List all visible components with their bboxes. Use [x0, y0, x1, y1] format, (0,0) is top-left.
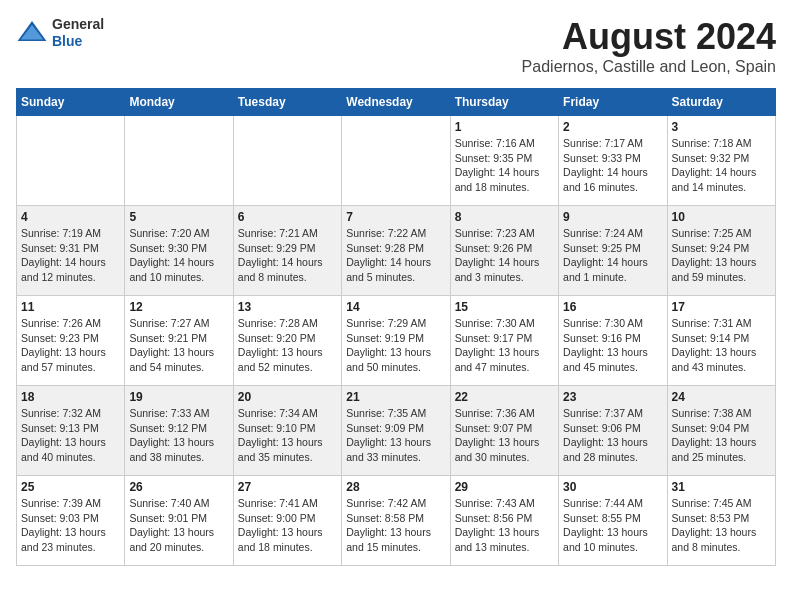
calendar-cell: 9Sunrise: 7:24 AMSunset: 9:25 PMDaylight… [559, 206, 667, 296]
logo-general-text: General [52, 16, 104, 33]
calendar-cell: 29Sunrise: 7:43 AMSunset: 8:56 PMDayligh… [450, 476, 558, 566]
logo-text: General Blue [52, 16, 104, 50]
calendar-body: 1Sunrise: 7:16 AMSunset: 9:35 PMDaylight… [17, 116, 776, 566]
calendar-header: SundayMondayTuesdayWednesdayThursdayFrid… [17, 89, 776, 116]
day-info: Sunrise: 7:26 AMSunset: 9:23 PMDaylight:… [21, 316, 120, 375]
day-info: Sunrise: 7:20 AMSunset: 9:30 PMDaylight:… [129, 226, 228, 285]
day-number: 18 [21, 390, 120, 404]
day-number: 8 [455, 210, 554, 224]
calendar-cell: 16Sunrise: 7:30 AMSunset: 9:16 PMDayligh… [559, 296, 667, 386]
day-number: 5 [129, 210, 228, 224]
calendar-cell: 20Sunrise: 7:34 AMSunset: 9:10 PMDayligh… [233, 386, 341, 476]
day-number: 22 [455, 390, 554, 404]
day-number: 21 [346, 390, 445, 404]
day-number: 9 [563, 210, 662, 224]
calendar-cell: 5Sunrise: 7:20 AMSunset: 9:30 PMDaylight… [125, 206, 233, 296]
calendar-cell [17, 116, 125, 206]
day-info: Sunrise: 7:32 AMSunset: 9:13 PMDaylight:… [21, 406, 120, 465]
calendar-cell: 14Sunrise: 7:29 AMSunset: 9:19 PMDayligh… [342, 296, 450, 386]
weekday-header-sunday: Sunday [17, 89, 125, 116]
day-info: Sunrise: 7:23 AMSunset: 9:26 PMDaylight:… [455, 226, 554, 285]
calendar-cell: 23Sunrise: 7:37 AMSunset: 9:06 PMDayligh… [559, 386, 667, 476]
calendar-week-4: 18Sunrise: 7:32 AMSunset: 9:13 PMDayligh… [17, 386, 776, 476]
day-number: 1 [455, 120, 554, 134]
day-info: Sunrise: 7:27 AMSunset: 9:21 PMDaylight:… [129, 316, 228, 375]
day-info: Sunrise: 7:38 AMSunset: 9:04 PMDaylight:… [672, 406, 771, 465]
day-number: 26 [129, 480, 228, 494]
weekday-row: SundayMondayTuesdayWednesdayThursdayFrid… [17, 89, 776, 116]
title-block: August 2024 Padiernos, Castille and Leon… [522, 16, 776, 76]
day-info: Sunrise: 7:36 AMSunset: 9:07 PMDaylight:… [455, 406, 554, 465]
day-number: 13 [238, 300, 337, 314]
day-number: 4 [21, 210, 120, 224]
day-info: Sunrise: 7:42 AMSunset: 8:58 PMDaylight:… [346, 496, 445, 555]
calendar-cell: 2Sunrise: 7:17 AMSunset: 9:33 PMDaylight… [559, 116, 667, 206]
day-info: Sunrise: 7:30 AMSunset: 9:16 PMDaylight:… [563, 316, 662, 375]
weekday-header-saturday: Saturday [667, 89, 775, 116]
calendar-cell: 31Sunrise: 7:45 AMSunset: 8:53 PMDayligh… [667, 476, 775, 566]
calendar-cell: 4Sunrise: 7:19 AMSunset: 9:31 PMDaylight… [17, 206, 125, 296]
calendar-cell: 19Sunrise: 7:33 AMSunset: 9:12 PMDayligh… [125, 386, 233, 476]
page-title: August 2024 [522, 16, 776, 58]
page-header: General Blue August 2024 Padiernos, Cast… [16, 16, 776, 76]
logo: General Blue [16, 16, 104, 50]
calendar-week-3: 11Sunrise: 7:26 AMSunset: 9:23 PMDayligh… [17, 296, 776, 386]
calendar-week-5: 25Sunrise: 7:39 AMSunset: 9:03 PMDayligh… [17, 476, 776, 566]
day-number: 14 [346, 300, 445, 314]
day-number: 10 [672, 210, 771, 224]
day-info: Sunrise: 7:37 AMSunset: 9:06 PMDaylight:… [563, 406, 662, 465]
calendar-cell: 30Sunrise: 7:44 AMSunset: 8:55 PMDayligh… [559, 476, 667, 566]
day-info: Sunrise: 7:16 AMSunset: 9:35 PMDaylight:… [455, 136, 554, 195]
weekday-header-tuesday: Tuesday [233, 89, 341, 116]
calendar-cell: 10Sunrise: 7:25 AMSunset: 9:24 PMDayligh… [667, 206, 775, 296]
day-number: 23 [563, 390, 662, 404]
logo-icon [16, 17, 48, 49]
day-info: Sunrise: 7:18 AMSunset: 9:32 PMDaylight:… [672, 136, 771, 195]
day-info: Sunrise: 7:30 AMSunset: 9:17 PMDaylight:… [455, 316, 554, 375]
day-number: 28 [346, 480, 445, 494]
day-info: Sunrise: 7:29 AMSunset: 9:19 PMDaylight:… [346, 316, 445, 375]
day-number: 20 [238, 390, 337, 404]
calendar-cell: 1Sunrise: 7:16 AMSunset: 9:35 PMDaylight… [450, 116, 558, 206]
day-number: 16 [563, 300, 662, 314]
day-info: Sunrise: 7:43 AMSunset: 8:56 PMDaylight:… [455, 496, 554, 555]
weekday-header-friday: Friday [559, 89, 667, 116]
calendar-cell [233, 116, 341, 206]
day-info: Sunrise: 7:35 AMSunset: 9:09 PMDaylight:… [346, 406, 445, 465]
day-number: 3 [672, 120, 771, 134]
calendar-cell: 3Sunrise: 7:18 AMSunset: 9:32 PMDaylight… [667, 116, 775, 206]
calendar-cell: 28Sunrise: 7:42 AMSunset: 8:58 PMDayligh… [342, 476, 450, 566]
day-info: Sunrise: 7:25 AMSunset: 9:24 PMDaylight:… [672, 226, 771, 285]
weekday-header-monday: Monday [125, 89, 233, 116]
calendar-cell: 25Sunrise: 7:39 AMSunset: 9:03 PMDayligh… [17, 476, 125, 566]
day-number: 6 [238, 210, 337, 224]
day-info: Sunrise: 7:40 AMSunset: 9:01 PMDaylight:… [129, 496, 228, 555]
day-info: Sunrise: 7:28 AMSunset: 9:20 PMDaylight:… [238, 316, 337, 375]
logo-blue-text: Blue [52, 33, 104, 50]
day-number: 2 [563, 120, 662, 134]
day-info: Sunrise: 7:33 AMSunset: 9:12 PMDaylight:… [129, 406, 228, 465]
day-info: Sunrise: 7:24 AMSunset: 9:25 PMDaylight:… [563, 226, 662, 285]
day-info: Sunrise: 7:31 AMSunset: 9:14 PMDaylight:… [672, 316, 771, 375]
calendar-cell: 24Sunrise: 7:38 AMSunset: 9:04 PMDayligh… [667, 386, 775, 476]
day-number: 19 [129, 390, 228, 404]
day-info: Sunrise: 7:34 AMSunset: 9:10 PMDaylight:… [238, 406, 337, 465]
calendar-cell: 13Sunrise: 7:28 AMSunset: 9:20 PMDayligh… [233, 296, 341, 386]
calendar-cell: 22Sunrise: 7:36 AMSunset: 9:07 PMDayligh… [450, 386, 558, 476]
calendar-cell: 7Sunrise: 7:22 AMSunset: 9:28 PMDaylight… [342, 206, 450, 296]
calendar-cell: 21Sunrise: 7:35 AMSunset: 9:09 PMDayligh… [342, 386, 450, 476]
day-number: 27 [238, 480, 337, 494]
weekday-header-thursday: Thursday [450, 89, 558, 116]
page-subtitle: Padiernos, Castille and Leon, Spain [522, 58, 776, 76]
day-number: 29 [455, 480, 554, 494]
calendar-cell: 8Sunrise: 7:23 AMSunset: 9:26 PMDaylight… [450, 206, 558, 296]
day-number: 31 [672, 480, 771, 494]
day-info: Sunrise: 7:17 AMSunset: 9:33 PMDaylight:… [563, 136, 662, 195]
day-info: Sunrise: 7:45 AMSunset: 8:53 PMDaylight:… [672, 496, 771, 555]
weekday-header-wednesday: Wednesday [342, 89, 450, 116]
day-info: Sunrise: 7:19 AMSunset: 9:31 PMDaylight:… [21, 226, 120, 285]
day-number: 11 [21, 300, 120, 314]
day-number: 30 [563, 480, 662, 494]
calendar-cell: 15Sunrise: 7:30 AMSunset: 9:17 PMDayligh… [450, 296, 558, 386]
day-info: Sunrise: 7:22 AMSunset: 9:28 PMDaylight:… [346, 226, 445, 285]
